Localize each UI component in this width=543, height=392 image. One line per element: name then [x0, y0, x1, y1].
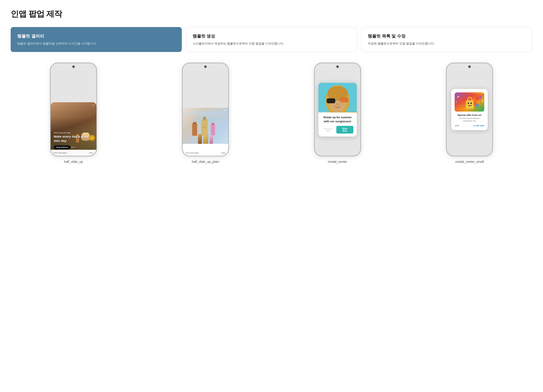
- tab-list-desc: 저장된 템플릿으로부터 인앱 팝업을 디자인합니다.: [368, 41, 526, 46]
- phones-row: 23SS COLLECTION Make every day a great s…: [11, 63, 532, 163]
- page-title: 인앱 팝업 제작: [11, 9, 532, 19]
- tab-create[interactable]: 템플릿 생성 노티플라이에서 제공하는 템플릿으로부터 인앱 팝업을 디자인합니…: [186, 27, 357, 52]
- modal-claim-btn[interactable]: CLAIM NOW: [473, 125, 484, 127]
- phone-inner-1: 23SS COLLECTION Make every day a great s…: [51, 63, 96, 156]
- phone-notch-2: [204, 65, 207, 68]
- svg-point-25: [336, 103, 339, 105]
- phone-label-1: half_slide_up: [64, 160, 83, 163]
- svg-text:Parfum: Parfum: [203, 127, 206, 128]
- phone-notch-3: [336, 65, 339, 68]
- svg-point-30: [459, 105, 461, 106]
- phone-col-3: Shade up for summer with our sunglasses!…: [275, 63, 401, 163]
- tab-list[interactable]: 템플릿 목록 및 수정 저장된 템플릿으로부터 인앱 팝업을 디자인합니다.: [361, 27, 532, 52]
- tab-gallery-title: 템플릿 갤러리: [17, 33, 175, 39]
- tab-create-title: 템플릿 생성: [193, 33, 351, 39]
- phone-frame-3: Shade up for summer with our sunglasses!…: [314, 63, 361, 156]
- svg-rect-13: [192, 123, 197, 136]
- svg-rect-15: [211, 124, 215, 136]
- svg-point-40: [479, 96, 482, 99]
- svg-point-27: [458, 96, 459, 98]
- popup-slide-btn[interactable]: Shop Skincare: [54, 145, 71, 149]
- tab-list-title: 템플릿 목록 및 수정: [368, 33, 526, 39]
- popup-slide-content: 23SS COLLECTION Make every day a great s…: [54, 132, 93, 149]
- phone-inner-4: Special offer from us! Get 10% off for a…: [447, 63, 492, 156]
- modal-small-title: Special offer from us!: [455, 114, 484, 116]
- dont-show-1[interactable]: Don't show again: [54, 152, 67, 154]
- phone-frame-2: Parfum ✕ Don't show again Close: [182, 63, 229, 156]
- phone-col-4: Special offer from us! Get 10% off for a…: [407, 63, 532, 163]
- dont-show-2[interactable]: Don't show again: [186, 152, 199, 154]
- modal-small-actions: SKIP CLAIM NOW: [455, 125, 484, 127]
- svg-rect-12: [204, 117, 206, 118]
- phone-label-2: half_slide_up_plain: [192, 160, 219, 163]
- phone-frame-4: Special offer from us! Get 10% off for a…: [446, 63, 493, 156]
- popup-half-plain: Parfum ✕ Don't show again Close: [183, 108, 228, 156]
- phone-inner-2: Parfum ✕ Don't show again Close: [183, 63, 228, 156]
- modal-img-3: [318, 83, 357, 112]
- phone-label-3: modal_center: [328, 160, 347, 163]
- popup-footer-1: Don't show again Close: [51, 150, 96, 156]
- phone-frame-1: 23SS COLLECTION Make every day a great s…: [50, 63, 97, 156]
- tab-create-desc: 노티플라이에서 제공하는 템플릿으로부터 인앱 팝업을 디자인합니다.: [193, 41, 351, 46]
- shopping-bag-svg: [455, 92, 484, 112]
- tab-gallery-desc: 템플릿 갤러리에서 템플릿을 선택하여 디자인을 시작합니다.: [17, 41, 175, 46]
- modal-small-img: [455, 92, 484, 112]
- phone-col-2: Parfum ✕ Don't show again Close half_sli…: [143, 63, 269, 163]
- perfume-svg: Parfum: [183, 108, 228, 144]
- tabs-row: 템플릿 갤러리 템플릿 갤러리에서 템플릿을 선택하여 디자인을 시작합니다. …: [11, 27, 532, 52]
- modal-actions-3: Don't show again Shop Now: [322, 126, 353, 134]
- svg-point-32: [456, 102, 457, 103]
- phone-label-4: modal_center_small: [455, 160, 484, 163]
- popup-plain-img: Parfum: [183, 108, 228, 144]
- svg-point-36: [468, 103, 469, 104]
- modal-body-3: Shade up for summer with our sunglasses!…: [318, 112, 357, 136]
- close-1[interactable]: Close: [89, 152, 93, 154]
- close-2[interactable]: Close: [221, 152, 225, 154]
- tab-gallery[interactable]: 템플릿 갤러리 템플릿 갤러리에서 템플릿을 선택하여 디자인을 시작합니다.: [11, 27, 182, 52]
- svg-rect-14: [193, 122, 197, 124]
- popup-slide-headline: Make every day a great skin day: [54, 134, 93, 143]
- modal-shop-btn-3[interactable]: Shop Now: [336, 126, 353, 134]
- svg-rect-35: [466, 101, 474, 109]
- svg-point-39: [475, 96, 480, 101]
- svg-rect-22: [327, 98, 335, 103]
- modal-headline-3: Shade up for summer with our sunglasses!: [322, 115, 353, 123]
- modal-dont-show-3[interactable]: Don't show again: [322, 128, 334, 132]
- modal-small-desc: Get 10% off for all products.Limited tim…: [455, 117, 484, 122]
- sunglasses-svg: [318, 83, 357, 112]
- svg-rect-23: [340, 98, 348, 102]
- popup-close-x-2[interactable]: ✕: [224, 109, 226, 112]
- popup-slide-tag: 23SS COLLECTION: [54, 132, 93, 134]
- phone-notch-4: [468, 65, 471, 68]
- popup-close-x-1[interactable]: ✕: [92, 104, 94, 107]
- svg-rect-16: [211, 123, 214, 125]
- popup-half-slide: 23SS COLLECTION Make every day a great s…: [51, 102, 96, 156]
- popup-modal-small: Special offer from us! Get 10% off for a…: [451, 89, 488, 130]
- popup-footer-2: Don't show again Close: [183, 150, 228, 156]
- phone-col-1: 23SS COLLECTION Make every day a great s…: [11, 63, 136, 163]
- svg-point-31: [482, 101, 483, 102]
- phone-notch-1: [72, 65, 75, 68]
- phone-inner-3: Shade up for summer with our sunglasses!…: [315, 63, 360, 156]
- popup-modal-center: Shade up for summer with our sunglasses!…: [318, 83, 357, 136]
- svg-point-37: [470, 103, 472, 104]
- modal-skip-btn[interactable]: SKIP: [455, 125, 459, 127]
- svg-rect-34: [475, 104, 479, 107]
